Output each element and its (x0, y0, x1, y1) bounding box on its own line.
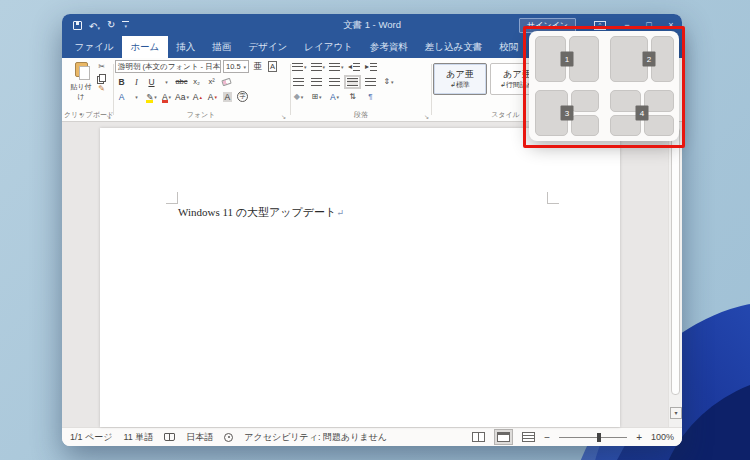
ribbon-display-options-icon[interactable]: ^ (594, 21, 606, 30)
numbering-button[interactable]: ▾ (311, 60, 326, 73)
grow-font-button[interactable]: A▴ (191, 90, 204, 103)
style-card-normal[interactable]: あア亜 ↲標準 (433, 63, 487, 95)
snap-zone[interactable] (571, 115, 599, 137)
shrink-font-label: A (208, 92, 214, 102)
tab-draw[interactable]: 描画 (204, 36, 240, 58)
superscript-button[interactable]: x² (205, 75, 218, 88)
snap-badge: 3 (561, 106, 574, 121)
shrink-font-button[interactable]: A▾ (206, 90, 219, 103)
snap-layout-option-2[interactable]: 2 (610, 36, 674, 82)
ruby-button[interactable]: 亜 (251, 60, 264, 73)
distribute-button[interactable] (364, 75, 377, 88)
zoom-slider-thumb[interactable] (597, 433, 601, 442)
tab-insert[interactable]: 挿入 (168, 36, 204, 58)
zoom-level[interactable]: 100% (651, 432, 674, 442)
bullets-button[interactable]: ▾ (292, 60, 307, 73)
dialog-launcher-icon[interactable]: ↘ (281, 113, 286, 120)
zoom-in-button[interactable]: + (636, 432, 642, 443)
read-mode-icon[interactable] (472, 432, 485, 442)
chevron-down-icon: ▾ (241, 64, 246, 70)
document-page[interactable] (100, 128, 620, 427)
decrease-indent-button[interactable]: ◂ (348, 60, 361, 73)
group-font: 游明朝 (本文のフォント - 日本▾ 10.5▾ 亜 A B I U ▾ abc… (115, 60, 287, 121)
borders-button[interactable]: ⊞▾ (310, 90, 323, 103)
bold-button[interactable]: B (115, 75, 128, 88)
page-indicator[interactable]: 1/1 ページ (70, 431, 112, 444)
snap-zone[interactable] (571, 90, 599, 112)
copy-icon[interactable] (99, 74, 106, 82)
clipboard-small-buttons: ✂ ✎ (97, 63, 106, 93)
zoom-slider[interactable] (559, 437, 627, 438)
tab-layout[interactable]: レイアウト (296, 36, 362, 58)
style-preview: あア亜 (446, 69, 473, 80)
snap-layout-option-4[interactable]: 4 (610, 90, 674, 136)
snap-badge: 2 (643, 52, 656, 67)
dialog-launcher-icon[interactable]: ↘ (106, 113, 111, 120)
web-layout-icon[interactable] (522, 432, 535, 442)
distribute-icon (365, 78, 376, 86)
chevron-down-icon: ▾ (125, 23, 128, 29)
scrollbar-bottom-button[interactable]: ▾ (670, 407, 682, 419)
sort-button[interactable]: ⇅ (346, 90, 359, 103)
multilevel-list-button[interactable]: ▾ (329, 60, 344, 73)
vertical-scrollbar[interactable]: ▾ (668, 122, 682, 427)
justify-button[interactable] (346, 75, 359, 88)
show-marks-button[interactable]: ¶ (364, 90, 377, 103)
print-layout-icon[interactable] (494, 429, 513, 445)
align-center-icon (311, 78, 322, 86)
word-count[interactable]: 11 単語 (123, 431, 153, 444)
customize-qat-button[interactable]: ▾ (122, 21, 129, 29)
strikethrough-button[interactable]: abc (175, 75, 188, 88)
clear-formatting-button[interactable] (220, 75, 233, 88)
chevron-down-icon: ▾ (220, 64, 221, 70)
align-left-button[interactable] (292, 75, 305, 88)
font-name-select[interactable]: 游明朝 (本文のフォント - 日本▾ (115, 60, 221, 73)
statusbar-right: − + 100% (472, 429, 674, 445)
proofing-icon[interactable] (164, 433, 175, 441)
tab-mailings[interactable]: 差し込み文書 (416, 36, 490, 58)
highlight-color-button[interactable]: ✎▾ (145, 90, 158, 103)
line-spacing-button[interactable]: ⇕▾ (382, 75, 395, 88)
increase-indent-button[interactable]: ▸ (365, 60, 378, 73)
tab-review[interactable]: 校閲 (491, 36, 527, 58)
shrink-triangle-icon: ▾ (215, 94, 218, 100)
align-center-button[interactable] (310, 75, 323, 88)
zoom-out-button[interactable]: − (544, 432, 550, 443)
redo-button[interactable]: ↻ (107, 20, 115, 30)
tab-file[interactable]: ファイル (66, 36, 122, 58)
accessibility-status[interactable]: アクセシビリティ: 問題ありません (244, 431, 387, 444)
document-heading[interactable]: Windows 11 の大型アップデート↵ (178, 205, 344, 220)
tab-home[interactable]: ホーム (122, 36, 168, 58)
character-shading-button[interactable]: A (221, 90, 234, 103)
group-clipboard: 貼り付け ▾ ✂ ✎ クリップボード ↘ (64, 60, 112, 121)
enclose-characters-button[interactable]: 字 (236, 90, 249, 103)
undo-button[interactable]: ↶▾ (89, 16, 100, 34)
format-painter-icon[interactable]: ✎ (98, 85, 105, 93)
font-size-value: 10.5 (226, 62, 241, 71)
chevron-down-icon: ▾ (323, 64, 326, 70)
shading-fill-button[interactable]: ◆▾ (292, 90, 305, 103)
underline-button[interactable]: U (145, 75, 158, 88)
font-color-button[interactable]: A▾ (160, 90, 173, 103)
line-spacing-icon: ⇕ (383, 77, 390, 86)
italic-button[interactable]: I (130, 75, 143, 88)
snap-layout-option-3[interactable]: 3 (535, 90, 599, 136)
shading-icon: A (223, 92, 233, 102)
asian-layout-button[interactable]: A▾ (328, 90, 341, 103)
crop-mark-top-left (166, 192, 178, 204)
change-case-button[interactable]: Aa▾ (175, 90, 189, 103)
enclose-border-button[interactable]: A (266, 60, 279, 73)
document-area: Windows 11 の大型アップデート↵ ▾ (62, 122, 682, 427)
cut-icon[interactable]: ✂ (98, 63, 105, 71)
subscript-button[interactable]: x₂ (190, 75, 203, 88)
tab-references[interactable]: 参考資料 (361, 36, 416, 58)
font-size-select[interactable]: 10.5▾ (223, 60, 249, 73)
language-indicator[interactable]: 日本語 (186, 431, 213, 444)
snap-layout-option-1[interactable]: 1 (535, 36, 599, 82)
align-right-button[interactable] (328, 75, 341, 88)
tab-design[interactable]: デザイン (240, 36, 296, 58)
paint-bucket-icon: ◆ (294, 92, 300, 101)
save-icon[interactable] (73, 21, 82, 30)
scrollbar-thumb[interactable] (671, 127, 680, 395)
text-effects-button[interactable]: A (115, 90, 128, 103)
